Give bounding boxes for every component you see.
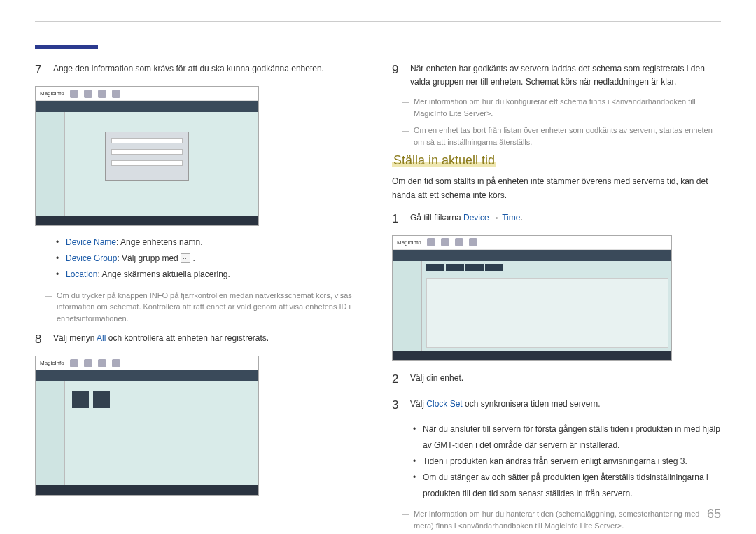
screenshot-titlebar-icon xyxy=(70,359,78,367)
screenshot-titlebar-icon xyxy=(84,359,92,367)
screenshot-titlebar-icon xyxy=(98,359,106,367)
screenshot-tab xyxy=(465,264,484,271)
step-number: 8 xyxy=(35,330,45,349)
screenshot-sidebar xyxy=(36,112,65,216)
bullet-device-group: Device Group: Välj grupp med . xyxy=(56,251,364,267)
screenshot-tab xyxy=(485,264,503,271)
dialog-field xyxy=(111,138,183,143)
step8-post: och kontrollera att enheten har registre… xyxy=(106,333,269,343)
screenshot-titlebar-icon xyxy=(70,90,78,98)
note-dash-icon: ― xyxy=(402,125,410,148)
screenshot-titlebar: MagicInfo xyxy=(393,236,671,250)
step-text: Ange den information som krävs för att d… xyxy=(53,60,364,79)
label-device-name: Device Name xyxy=(66,237,116,247)
screenshot-app-logo: MagicInfo xyxy=(397,239,421,246)
note-device-removed: ― Om en enhet tas bort från listan över … xyxy=(402,125,721,148)
step-text: Välj Clock Set och synkronisera tiden me… xyxy=(410,395,721,414)
screenshot-dialog xyxy=(105,132,189,181)
bullet-list: Device Name: Ange enhetens namn. Device … xyxy=(56,234,364,282)
step1-pre: Gå till flikarna xyxy=(410,213,463,223)
step3-pre: Välj xyxy=(410,399,426,409)
screenshot-titlebar-icon xyxy=(427,238,435,246)
screenshot-footer xyxy=(36,485,258,495)
screenshot-titlebar-icon xyxy=(112,359,120,367)
note-dash-icon: ― xyxy=(402,96,410,119)
step-number: 2 xyxy=(392,370,402,388)
clock-set: Clock Set xyxy=(426,399,462,409)
screenshot-titlebar-icon xyxy=(469,238,477,246)
bullet-list-time: När du ansluter till servern för första … xyxy=(413,421,721,501)
note-dash-icon: ― xyxy=(45,290,52,325)
section-title: Ställa in aktuell tid xyxy=(392,153,496,167)
screenshot-footer xyxy=(36,216,258,225)
two-column-layout: 7 Ange den information som krävs för att… xyxy=(35,60,721,534)
step-3: 3 Välj Clock Set och synkronisera tiden … xyxy=(392,395,721,414)
screenshot-toolbar xyxy=(36,370,258,381)
screenshot-grid xyxy=(426,278,668,348)
screenshot-tabs xyxy=(426,264,503,271)
step-text: När enheten har godkänts av servern ladd… xyxy=(410,60,721,89)
thumbnail-icon xyxy=(93,391,110,408)
screenshot-approve-dialog: MagicInfo xyxy=(35,86,259,226)
step-2: 2 Välj din enhet. xyxy=(392,370,721,388)
note-info-button: ― Om du trycker på knappen INFO på fjärr… xyxy=(45,290,364,325)
bullet-gmt: När du ansluter till servern för första … xyxy=(413,421,721,454)
note-text: Om du trycker på knappen INFO på fjärrko… xyxy=(57,290,364,325)
tab-device: Device xyxy=(463,213,489,223)
step-text: Välj menyn All och kontrollera att enhet… xyxy=(53,330,364,349)
screenshot-sidebar xyxy=(393,261,422,351)
step-text: Gå till flikarna Device → Time. xyxy=(410,209,721,228)
label-device-group: Device Group xyxy=(66,253,117,263)
bullet-device-name: Device Name: Ange enhetens namn. xyxy=(56,234,364,251)
menu-all: All xyxy=(97,333,106,343)
section-title-wrap: Ställa in aktuell tid xyxy=(392,153,721,168)
note-time-manual: ― Mer information om hur du hanterar tid… xyxy=(402,508,721,531)
step1-post: . xyxy=(520,213,522,223)
note-text: Mer information om hur du hanterar tiden… xyxy=(414,508,721,531)
screenshot-footer xyxy=(393,351,671,360)
dialog-field xyxy=(111,149,183,155)
dialog-field xyxy=(111,160,183,166)
text-device-group: : Välj grupp med xyxy=(117,253,181,263)
screenshot-app-logo: MagicInfo xyxy=(40,360,64,366)
arrow-icon: → xyxy=(489,213,502,223)
note-dash-icon: ― xyxy=(402,508,410,531)
step-9: 9 När enheten har godkänts av servern la… xyxy=(392,60,721,89)
screenshot-thumbnails xyxy=(72,391,110,408)
step-number: 3 xyxy=(392,395,402,414)
step-number: 9 xyxy=(392,60,402,89)
step-8: 8 Välj menyn All och kontrollera att enh… xyxy=(35,330,364,349)
note-text: Om en enhet tas bort från listan över en… xyxy=(414,125,721,148)
screenshot-titlebar-icon xyxy=(441,238,449,246)
tab-time: Time xyxy=(502,213,520,223)
note-schedule-config: ― Mer information om hur du konfigurerar… xyxy=(402,96,721,119)
section-intro: Om den tid som ställts in på enheten int… xyxy=(392,175,721,202)
step-7: 7 Ange den information som krävs för att… xyxy=(35,60,364,79)
screenshot-titlebar: MagicInfo xyxy=(36,356,258,370)
step-number: 7 xyxy=(35,60,45,79)
screenshot-titlebar: MagicInfo xyxy=(36,87,258,101)
left-column: 7 Ange den information som krävs för att… xyxy=(35,60,364,534)
screenshot-titlebar-icon xyxy=(84,90,92,98)
page-number: 65 xyxy=(707,507,721,521)
step-text: Välj din enhet. xyxy=(410,370,721,388)
screenshot-toolbar xyxy=(36,101,258,112)
right-column: 9 När enheten har godkänts av servern la… xyxy=(392,60,721,534)
screenshot-tab xyxy=(446,264,464,271)
bullet-power-cycle: Om du stänger av och sätter på produkten… xyxy=(413,470,721,502)
step-1: 1 Gå till flikarna Device → Time. xyxy=(392,209,721,228)
step-number: 1 xyxy=(392,209,402,228)
step3-post: och synkronisera tiden med servern. xyxy=(463,399,601,409)
step8-pre: Välj menyn xyxy=(53,333,97,343)
screenshot-titlebar-icon xyxy=(112,90,120,98)
screenshot-time-tab: MagicInfo xyxy=(392,235,672,361)
page-divider xyxy=(35,21,721,22)
screenshot-titlebar-icon xyxy=(455,238,463,246)
note-text: Mer information om hur du konfigurerar e… xyxy=(414,96,721,119)
text-location: : Ange skärmens aktuella placering. xyxy=(97,269,230,279)
screenshot-registered-list: MagicInfo xyxy=(35,356,259,496)
screenshot-toolbar xyxy=(393,250,671,261)
thumbnail-icon xyxy=(72,391,89,408)
screenshot-titlebar-icon xyxy=(98,90,106,98)
ellipsis-icon xyxy=(181,253,190,263)
